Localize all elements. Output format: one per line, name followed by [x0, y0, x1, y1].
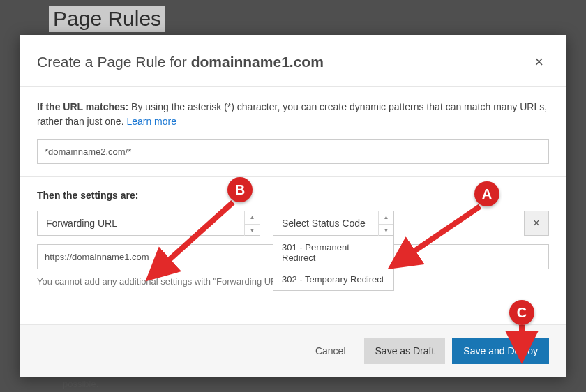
cancel-button[interactable]: Cancel [304, 338, 357, 364]
modal-footer: Cancel Save as Draft Save and Deploy [20, 324, 566, 377]
status-code-select[interactable]: Select Status Code ▲▼ [273, 211, 394, 236]
remove-icon: × [533, 217, 539, 229]
settings-label: Then the settings are: [37, 190, 549, 201]
status-code-dropdown: 301 - Permanent Redirect 302 - Temporary… [273, 236, 394, 291]
modal-title: Create a Page Rule for domainname1.com [37, 54, 324, 70]
url-match-description: If the URL matches: By using the asteris… [37, 100, 549, 129]
status-option-302[interactable]: 302 - Temporary Redirect [273, 269, 393, 290]
url-pattern-input[interactable] [37, 139, 549, 164]
setting-type-select[interactable]: Forwarding URL ▲▼ [37, 211, 260, 236]
url-match-section: If the URL matches: By using the asteris… [20, 87, 566, 177]
annotation-badge-a: A [474, 181, 499, 206]
status-code-value: Select Status Code [282, 218, 366, 229]
select-stepper-icon: ▲▼ [378, 211, 393, 236]
select-stepper-icon: ▲▼ [244, 211, 260, 236]
remove-setting-button[interactable]: × [524, 211, 549, 236]
url-match-label: If the URL matches: [37, 101, 128, 112]
save-draft-button[interactable]: Save as Draft [364, 338, 446, 364]
close-icon: × [534, 53, 543, 70]
page-title-background: Page Rules [49, 6, 165, 32]
annotation-badge-c: C [509, 300, 534, 325]
status-code-select-wrap[interactable]: Select Status Code ▲▼ 301 - Permanent Re… [273, 211, 394, 236]
background-snippet: possible. [63, 379, 98, 389]
setting-type-value: Forwarding URL [46, 218, 117, 229]
save-deploy-button[interactable]: Save and Deploy [452, 338, 549, 364]
status-option-301[interactable]: 301 - Permanent Redirect [273, 236, 393, 269]
modal-title-prefix: Create a Page Rule for [37, 54, 191, 70]
setting-type-select-wrap[interactable]: Forwarding URL ▲▼ [37, 211, 260, 236]
close-button[interactable]: × [529, 50, 549, 74]
settings-row: Forwarding URL ▲▼ Select Status Code ▲▼ … [37, 211, 549, 236]
modal-header: Create a Page Rule for domainname1.com × [20, 35, 566, 87]
learn-more-link[interactable]: Learn more [126, 116, 176, 127]
annotation-badge-b: B [227, 177, 253, 202]
modal-title-domain: domainname1.com [191, 54, 324, 70]
